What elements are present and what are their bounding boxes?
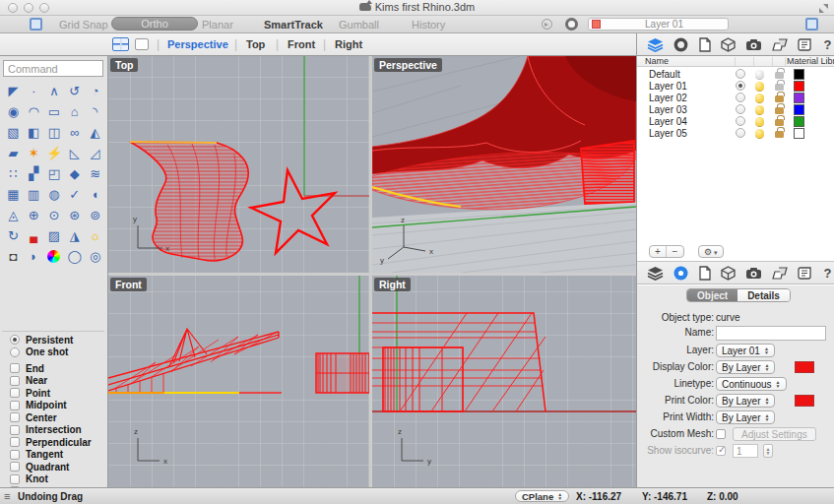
tab-front[interactable]: Front — [288, 38, 315, 50]
isocurve-count-input[interactable] — [733, 444, 758, 458]
tool-icon[interactable]: ◫ — [44, 122, 65, 143]
layer-lock-icon[interactable] — [775, 95, 784, 102]
viewport-top-label[interactable]: Top — [110, 58, 138, 72]
checkbox-icon[interactable] — [10, 401, 20, 410]
layer-color-swatch[interactable] — [794, 116, 804, 127]
layer-dropdown[interactable]: Layer 01 — [716, 344, 775, 357]
tool-icon[interactable]: ▞ — [24, 163, 44, 184]
tool-icon[interactable]: ◘ — [3, 246, 24, 267]
display-icon[interactable] — [674, 37, 688, 53]
tool-icon[interactable]: ≋ — [85, 163, 105, 184]
tool-icon[interactable]: ∷ — [3, 163, 24, 184]
print-color-swatch[interactable] — [795, 395, 814, 407]
tab-perspective[interactable]: Perspective — [167, 38, 228, 50]
osnap-row[interactable]: Quadrant — [0, 461, 108, 473]
planar-toggle[interactable]: Planar — [202, 19, 233, 31]
remove-layer-button[interactable]: − — [667, 246, 683, 257]
materials-icon[interactable] — [772, 37, 788, 53]
checkbox-icon[interactable] — [10, 437, 20, 447]
tool-icon[interactable]: ▨ — [44, 225, 65, 246]
grid-snap-toggle[interactable]: Grid Snap — [59, 19, 108, 31]
add-layer-button[interactable]: + — [650, 246, 667, 257]
layer-name-column-header[interactable]: Name — [645, 56, 669, 66]
layer-color-swatch[interactable] — [794, 128, 804, 139]
tool-icon[interactable]: ◿ — [85, 143, 105, 163]
tool-icon[interactable]: ↺ — [64, 81, 85, 101]
layer-row[interactable]: Layer 05 — [637, 127, 834, 139]
help-icon[interactable]: ? — [821, 37, 834, 53]
camera-icon[interactable] — [745, 265, 762, 281]
four-view-layout-icon[interactable] — [112, 37, 129, 51]
top-viewport-canvas[interactable]: y x — [108, 56, 369, 273]
layer-row[interactable]: Layer 01 — [637, 80, 834, 92]
history-toggle[interactable]: History — [412, 19, 445, 31]
osnap-row[interactable]: Center — [0, 411, 108, 424]
tool-icon[interactable]: ⚡ — [44, 143, 65, 163]
layer-color-swatch[interactable] — [794, 93, 804, 103]
layer-row[interactable]: Layer 03 — [637, 103, 834, 115]
current-layer-radio[interactable] — [736, 116, 745, 126]
object-name-input[interactable] — [716, 326, 826, 341]
layer-lock-icon[interactable] — [775, 131, 784, 138]
layer-visibility-bulb-icon[interactable] — [755, 129, 764, 138]
ortho-toggle[interactable]: Ortho — [111, 17, 198, 31]
osnap-row[interactable]: Point — [0, 387, 108, 400]
tool-icon[interactable]: ∧ — [44, 81, 65, 101]
isocurve-stepper[interactable]: ▲▼ — [763, 444, 773, 458]
layer-lock-icon[interactable] — [775, 107, 784, 114]
osnap-row[interactable]: Near — [0, 375, 108, 388]
tool-icon[interactable]: ◗ — [24, 246, 44, 267]
linetype-dropdown[interactable]: Continuous — [716, 377, 787, 391]
viewport-right[interactable]: Right z y — [372, 276, 636, 487]
checkbox-icon[interactable] — [10, 425, 20, 435]
osnap-row[interactable]: Intersection — [0, 424, 108, 437]
tool-icon[interactable]: ∙ — [24, 81, 44, 101]
layer-row[interactable]: Default — [637, 68, 834, 80]
osnap-mode-row[interactable]: Persistent — [0, 334, 108, 346]
tool-icon[interactable]: ◠ — [24, 101, 44, 122]
current-layer-radio[interactable] — [736, 81, 745, 91]
layer-gear-menu-button[interactable]: ⚙ — [698, 245, 724, 258]
tool-icon[interactable]: ◬ — [3, 205, 24, 225]
notes-icon[interactable] — [698, 265, 711, 281]
camera-icon[interactable] — [745, 37, 762, 53]
tool-icon[interactable]: ▭ — [44, 101, 65, 122]
layer-row[interactable]: Layer 04 — [637, 115, 834, 127]
osnap-mode-row[interactable]: One shot — [0, 346, 108, 359]
radio-icon[interactable] — [10, 347, 20, 357]
tool-icon[interactable]: ◖ — [85, 184, 105, 205]
tool-icon[interactable] — [44, 246, 65, 267]
cplane-dropdown[interactable]: CPlane — [515, 490, 569, 502]
single-view-layout-icon[interactable] — [135, 38, 149, 50]
tab-object[interactable]: Object — [687, 289, 738, 301]
viewport-top[interactable]: Top y x — [108, 56, 369, 273]
print-width-dropdown[interactable]: By Layer — [716, 410, 775, 424]
tab-top[interactable]: Top — [246, 38, 265, 50]
osnap-row[interactable]: Midpoint — [0, 400, 108, 412]
tool-icon[interactable]: ↻ — [3, 225, 24, 246]
current-layer-pill[interactable]: Layer 01 — [588, 18, 729, 31]
tab-right[interactable]: Right — [335, 38, 362, 50]
help-icon[interactable]: ? — [821, 265, 834, 281]
osnap-row[interactable]: Perpendicular — [0, 436, 108, 449]
tool-icon[interactable]: ▰ — [3, 143, 24, 163]
right-panel-toggle-icon[interactable] — [805, 18, 818, 31]
tool-icon[interactable]: ◺ — [64, 143, 85, 163]
layer-row[interactable]: Layer 02 — [637, 92, 834, 103]
tool-icon[interactable]: ◝ — [85, 101, 105, 122]
material-column-header[interactable]: Material Library — [787, 56, 834, 66]
layer-visibility-bulb-icon[interactable] — [755, 82, 764, 91]
properties-icon[interactable] — [721, 265, 736, 281]
adjust-settings-button[interactable]: Adjust Settings — [733, 427, 816, 441]
properties-icon[interactable] — [721, 37, 736, 53]
smarttrack-toggle[interactable]: SmartTrack — [264, 19, 323, 31]
display-color-swatch[interactable] — [795, 361, 814, 373]
hamburger-menu-icon[interactable]: ≡ — [4, 490, 10, 502]
current-layer-radio[interactable] — [736, 93, 745, 102]
layer-lock-icon[interactable] — [775, 119, 784, 126]
osnap-row[interactable]: Tangent — [0, 449, 108, 462]
checkbox-icon[interactable] — [10, 388, 20, 398]
checkbox-icon[interactable] — [10, 363, 20, 373]
current-layer-radio[interactable] — [736, 69, 745, 79]
osnap-row[interactable]: End — [0, 362, 108, 375]
